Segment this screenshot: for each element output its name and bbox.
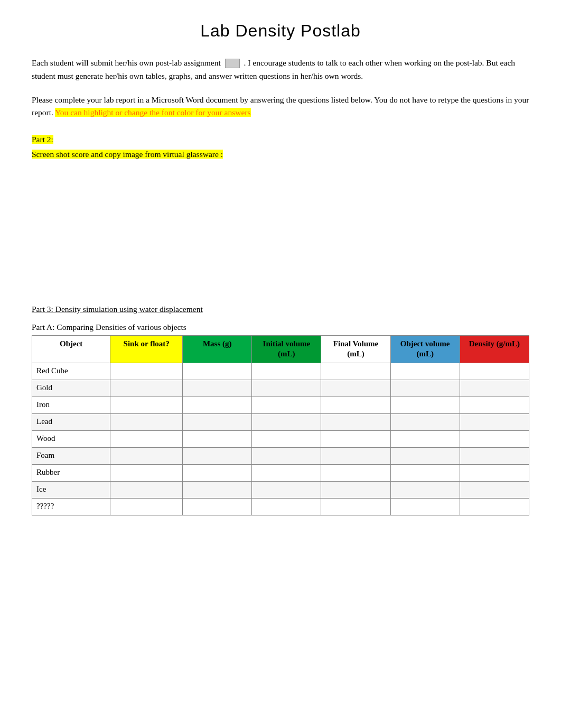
table-cell[interactable] <box>460 380 529 397</box>
table-cell[interactable] <box>252 413 321 430</box>
table-cell[interactable] <box>110 498 183 515</box>
table-cell[interactable] <box>390 363 460 380</box>
table-cell[interactable] <box>390 430 460 447</box>
table-cell[interactable]: Gold <box>32 380 110 397</box>
table-cell[interactable] <box>390 481 460 498</box>
table-cell[interactable] <box>390 464 460 481</box>
table-row: Ice <box>32 481 529 498</box>
table-cell[interactable] <box>390 397 460 413</box>
table-cell[interactable] <box>321 498 390 515</box>
table-cell[interactable] <box>110 447 183 464</box>
table-cell[interactable] <box>321 363 390 380</box>
table-cell[interactable] <box>252 498 321 515</box>
table-cell[interactable] <box>252 447 321 464</box>
inline-badge <box>225 59 240 68</box>
table-cell[interactable] <box>390 380 460 397</box>
col-header-sink-float: Sink or float? <box>110 335 183 363</box>
table-cell[interactable] <box>460 413 529 430</box>
table-cell[interactable] <box>183 481 252 498</box>
table-cell[interactable] <box>460 397 529 413</box>
table-row: Wood <box>32 430 529 447</box>
table-cell[interactable] <box>321 413 390 430</box>
table-cell[interactable] <box>110 363 183 380</box>
table-cell[interactable] <box>460 464 529 481</box>
table-cell[interactable] <box>110 481 183 498</box>
image-placeholder-area <box>32 167 529 305</box>
part2-description: Screen shot score and copy image from vi… <box>32 150 223 159</box>
parta-section: Part A: Comparing Densities of various o… <box>32 322 529 515</box>
table-cell[interactable] <box>252 481 321 498</box>
table-cell[interactable] <box>252 430 321 447</box>
table-cell[interactable]: Iron <box>32 397 110 413</box>
col-header-initial-volume: Initial volume (mL) <box>252 335 321 363</box>
table-cell[interactable] <box>110 380 183 397</box>
table-cell[interactable]: Foam <box>32 447 110 464</box>
col-header-final-volume: Final Volume (mL) <box>321 335 390 363</box>
table-cell[interactable] <box>321 447 390 464</box>
table-cell[interactable] <box>460 481 529 498</box>
table-cell[interactable]: ????? <box>32 498 110 515</box>
table-cell[interactable] <box>183 413 252 430</box>
table-cell[interactable] <box>321 397 390 413</box>
table-row: Gold <box>32 380 529 397</box>
table-cell[interactable] <box>252 464 321 481</box>
table-cell[interactable]: Ice <box>32 481 110 498</box>
table-row: Foam <box>32 447 529 464</box>
table-row: Rubber <box>32 464 529 481</box>
table-row: Lead <box>32 413 529 430</box>
table-row: Iron <box>32 397 529 413</box>
table-cell[interactable] <box>321 464 390 481</box>
table-cell[interactable] <box>110 413 183 430</box>
table-cell[interactable] <box>110 430 183 447</box>
table-cell[interactable] <box>390 413 460 430</box>
table-cell[interactable] <box>183 498 252 515</box>
col-header-object: Object <box>32 335 110 363</box>
table-cell[interactable] <box>183 464 252 481</box>
part2-content: Part 2: Screen shot score and copy image… <box>32 132 529 162</box>
table-cell[interactable]: Red Cube <box>32 363 110 380</box>
table-cell[interactable] <box>460 430 529 447</box>
col-header-density: Density (g/mL) <box>460 335 529 363</box>
table-row: Red Cube <box>32 363 529 380</box>
table-cell[interactable] <box>183 447 252 464</box>
table-cell[interactable] <box>390 447 460 464</box>
intro-paragraph-1: Each student will submit her/his own pos… <box>32 57 529 83</box>
part2-section: Part 2: Screen shot score and copy image… <box>32 132 529 162</box>
table-cell[interactable] <box>321 481 390 498</box>
table-cell[interactable] <box>183 380 252 397</box>
intro-paragraph-2: Please complete your lab report in a Mic… <box>32 94 529 120</box>
table-cell[interactable] <box>460 447 529 464</box>
page-title: Lab Density Postlab <box>32 21 529 41</box>
table-cell[interactable] <box>110 397 183 413</box>
col-header-mass: Mass (g) <box>183 335 252 363</box>
table-cell[interactable] <box>390 498 460 515</box>
table-cell[interactable] <box>183 397 252 413</box>
table-row: ????? <box>32 498 529 515</box>
table-header-row: Object Sink or float? Mass (g) Initial v… <box>32 335 529 363</box>
table-cell[interactable]: Rubber <box>32 464 110 481</box>
table-cell[interactable]: Wood <box>32 430 110 447</box>
part3-label: Part 3: Density simulation using water d… <box>32 305 529 314</box>
table-cell[interactable] <box>183 363 252 380</box>
table-cell[interactable] <box>252 380 321 397</box>
table-cell[interactable] <box>321 380 390 397</box>
col-header-object-volume: Object volume (mL) <box>390 335 460 363</box>
table-cell[interactable] <box>183 430 252 447</box>
part2-label: Part 2: <box>32 135 53 144</box>
highlight-answers-text: You can highlight or change the font col… <box>55 108 250 117</box>
table-cell[interactable] <box>252 363 321 380</box>
table-cell[interactable] <box>252 397 321 413</box>
part3-section: Part 3: Density simulation using water d… <box>32 305 529 314</box>
intro-text-1a: Each student will submit her/his own pos… <box>32 58 221 67</box>
table-body: Red CubeGoldIronLeadWoodFoamRubberIce???… <box>32 363 529 515</box>
table-cell[interactable] <box>460 498 529 515</box>
table-cell[interactable] <box>460 363 529 380</box>
density-table: Object Sink or float? Mass (g) Initial v… <box>32 335 529 515</box>
table-cell[interactable] <box>321 430 390 447</box>
table-cell[interactable] <box>110 464 183 481</box>
table-cell[interactable]: Lead <box>32 413 110 430</box>
parta-label: Part A: Comparing Densities of various o… <box>32 322 529 332</box>
